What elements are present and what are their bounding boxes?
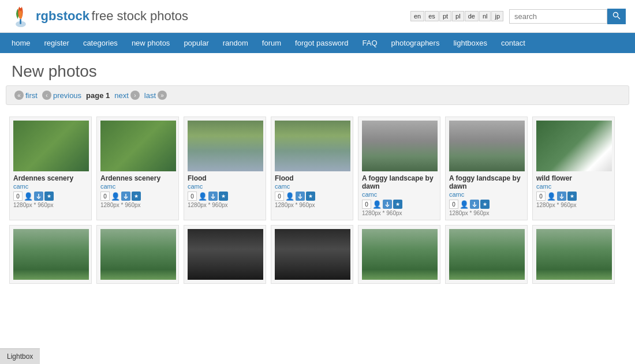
lang-btn-es[interactable]: es <box>425 11 439 21</box>
last-page-link[interactable]: last » <box>144 91 167 100</box>
photo-thumb-9[interactable] <box>188 229 263 280</box>
flag-icon[interactable]: ★ <box>480 200 490 209</box>
photo-size-0: 1280px * 960px <box>13 202 88 208</box>
page-title-area: New photos <box>0 53 635 85</box>
lang-btn-nl[interactable]: nl <box>479 11 491 21</box>
count-badge: 0 <box>188 192 197 201</box>
nav-link-home[interactable]: home <box>5 33 38 53</box>
photo-thumb-2[interactable] <box>188 121 263 171</box>
nav-link-forum[interactable]: forum <box>255 33 288 53</box>
search-button[interactable] <box>607 9 626 24</box>
photo-thumb-3[interactable] <box>275 121 350 171</box>
photo-card-6: wild flowercamc 0 👤 ★ 1280px * 960px <box>532 117 615 220</box>
photo-thumb-5[interactable] <box>449 121 525 171</box>
nav-link-random[interactable]: random <box>216 33 255 53</box>
photo-thumb-11[interactable] <box>362 229 438 280</box>
photo-thumb-6[interactable] <box>536 121 612 171</box>
svg-line-3 <box>618 17 620 19</box>
flag-icon[interactable]: ★ <box>132 192 141 201</box>
photo-author-1[interactable]: camc <box>100 183 175 190</box>
nav-item-photographers: photographers <box>384 33 447 53</box>
download-icon[interactable] <box>34 192 43 201</box>
count-badge: 0 <box>100 192 110 201</box>
search-form <box>509 9 626 24</box>
nav-item-register: register <box>38 33 76 53</box>
photo-thumb-7[interactable] <box>13 229 89 280</box>
photo-thumb-1[interactable] <box>100 121 176 171</box>
search-input[interactable] <box>509 9 607 24</box>
photo-card-5: A foggy landscape by dawncamc 0 👤 ★ 1280… <box>445 117 528 220</box>
last-label: last <box>144 91 156 100</box>
last-arrow-icon: » <box>158 91 167 100</box>
photo-thumb-8[interactable] <box>100 229 176 280</box>
nav-link-register[interactable]: register <box>38 33 76 53</box>
nav-item-FAQ: FAQ <box>356 33 384 53</box>
first-label: first <box>25 91 38 100</box>
flag-icon[interactable]: ★ <box>567 192 577 201</box>
download-icon[interactable] <box>296 192 305 201</box>
svg-rect-1 <box>20 19 21 24</box>
lang-btn-pl[interactable]: pl <box>452 11 464 21</box>
nav-item-new-photos: new photos <box>125 33 177 53</box>
person-icon: 👤 <box>285 192 294 201</box>
photo-author-5[interactable]: camc <box>449 191 524 198</box>
count-badge: 0 <box>13 192 23 201</box>
search-icon <box>612 12 621 20</box>
nav-link-contact[interactable]: contact <box>494 33 532 53</box>
next-page-link[interactable]: next › <box>114 91 140 100</box>
photo-icons-0: 0 👤 ★ <box>13 192 88 201</box>
main-nav: homeregistercategoriesnew photospopularr… <box>0 33 635 53</box>
nav-item-lightboxes: lightboxes <box>446 33 494 53</box>
nav-link-lightboxes[interactable]: lightboxes <box>446 33 494 53</box>
photo-author-2[interactable]: camc <box>188 183 262 190</box>
person-icon: 👤 <box>547 192 556 201</box>
download-icon[interactable] <box>208 192 218 201</box>
photo-thumb-12[interactable] <box>449 229 525 280</box>
lang-btn-en[interactable]: en <box>410 11 424 21</box>
nav-link-forgot-password[interactable]: forgot password <box>288 33 356 53</box>
photo-thumb-13[interactable] <box>536 229 612 280</box>
logo-brand: rgbstock free stock photos <box>36 9 188 24</box>
download-icon[interactable] <box>557 192 566 201</box>
photo-author-4[interactable]: camc <box>362 191 436 198</box>
photo-author-6[interactable]: camc <box>536 183 611 190</box>
download-icon[interactable] <box>383 200 392 209</box>
flag-icon[interactable]: ★ <box>306 192 315 201</box>
lang-buttons: enesptpldenljp <box>410 11 503 21</box>
svg-point-2 <box>614 12 618 17</box>
person-icon: 👤 <box>24 192 33 201</box>
lang-btn-pt[interactable]: pt <box>439 11 451 21</box>
photo-title-3: Flood <box>275 174 349 182</box>
next-label: next <box>114 91 129 100</box>
previous-page-link[interactable]: ‹ previous <box>42 91 81 100</box>
flag-icon[interactable]: ★ <box>393 200 402 209</box>
nav-link-photographers[interactable]: photographers <box>384 33 447 53</box>
flag-icon[interactable]: ★ <box>44 192 54 201</box>
photo-author-0[interactable]: camc <box>13 183 88 190</box>
photo-thumb-0[interactable] <box>13 121 89 171</box>
flag-icon[interactable]: ★ <box>219 192 228 201</box>
photo-title-4: A foggy landscape by dawn <box>362 174 436 190</box>
photo-size-2: 1280px * 960px <box>188 202 262 208</box>
photo-author-3[interactable]: camc <box>275 183 349 190</box>
lang-search-area: enesptpldenljp <box>410 9 626 24</box>
photo-title-0: Ardennes scenery <box>13 174 88 182</box>
photo-icons-6: 0 👤 ★ <box>536 192 611 201</box>
count-badge: 0 <box>275 192 284 201</box>
person-icon: 👤 <box>372 200 382 209</box>
lang-btn-jp[interactable]: jp <box>491 11 503 21</box>
photo-title-2: Flood <box>188 174 262 182</box>
nav-link-FAQ[interactable]: FAQ <box>356 33 384 53</box>
lang-btn-de[interactable]: de <box>465 11 479 21</box>
photo-thumb-10[interactable] <box>275 229 350 280</box>
download-icon[interactable] <box>470 200 479 209</box>
photo-card-1: Ardennes scenerycamc 0 👤 ★ 1280px * 960p… <box>96 117 179 220</box>
logo-tagline: free stock photos <box>92 9 189 23</box>
first-page-link[interactable]: « first <box>14 91 38 100</box>
nav-link-popular[interactable]: popular <box>177 33 215 53</box>
photo-thumb-4[interactable] <box>362 121 438 171</box>
photo-icons-5: 0 👤 ★ <box>449 200 524 209</box>
nav-link-categories[interactable]: categories <box>76 33 125 53</box>
nav-link-new-photos[interactable]: new photos <box>125 33 177 53</box>
download-icon[interactable] <box>121 192 130 201</box>
